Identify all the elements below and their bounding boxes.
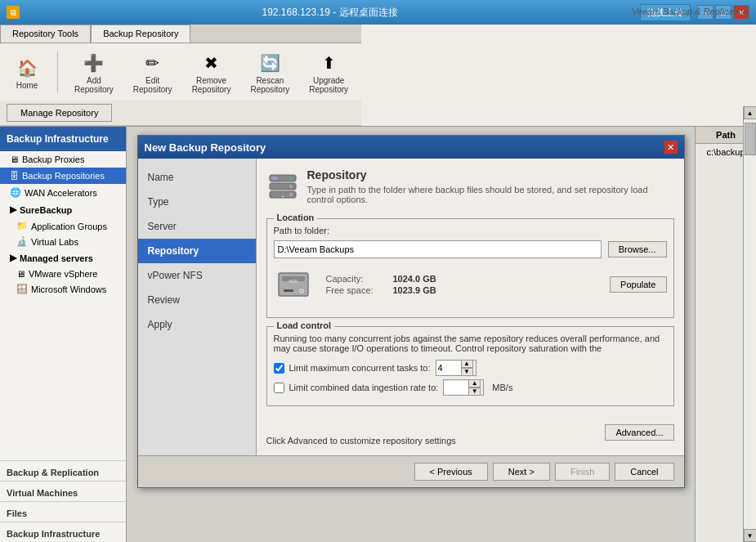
task-limit-spinner[interactable]: ▲ ▼ — [436, 360, 476, 376]
populate-btn-container: Populate — [610, 276, 666, 293]
tab-repository-tools[interactable]: Repository Tools — [0, 25, 91, 43]
home-btn-group: 🏠 Home — [7, 52, 47, 93]
edit-label: EditRepository — [133, 76, 172, 94]
capacity-label: Capacity: — [326, 274, 391, 284]
load-control-label: Load control — [274, 320, 335, 330]
disk-stats-grid: Capacity: 1024.0 GB Free space: 1023.9 G… — [326, 274, 436, 295]
sidebar-item-windows[interactable]: 🪟 Microsoft Windows — [0, 281, 126, 297]
proxy-icon: 🖥 — [10, 155, 19, 164]
ribbon-btn-add[interactable]: ➕ AddRepository — [68, 47, 120, 97]
sidebar-item-surebackup[interactable]: ▶ SureBackup — [0, 201, 126, 218]
dialog-header-text: Repository Type in path to the folder wh… — [307, 168, 674, 204]
dialog-section-title: Repository — [307, 168, 674, 181]
app-icon: 🖥 — [7, 6, 20, 19]
edit-icon: ✏ — [140, 50, 166, 76]
nav-item-name[interactable]: Name — [138, 165, 256, 190]
browse-btn[interactable]: Browse... — [608, 241, 667, 258]
sidebar-item-application-groups[interactable]: 📁 Application Groups — [0, 218, 126, 234]
ribbon-btn-remove[interactable]: ✖ RemoveRepository — [186, 47, 238, 97]
sidebar-item-managed-servers[interactable]: ▶ Managed servers — [0, 249, 126, 267]
manage-repo-btn[interactable]: Manage Repository — [7, 104, 112, 122]
vlab-icon: 🔬 — [16, 236, 28, 247]
sidebar-spacer — [0, 297, 126, 460]
next-btn[interactable]: Next > — [493, 463, 550, 481]
ribbon-content: 🏠 Home ➕ AddRepository ✏ EditRepository — [0, 43, 361, 101]
ribbon-btn-upgrade[interactable]: ⬆ UpgradeRepository — [302, 47, 355, 97]
sidebar-section-backup-infra[interactable]: Backup Infrastructure — [0, 522, 126, 542]
new-backup-repository-dialog: New Backup Repository ✕ Name Type Server… — [137, 135, 685, 488]
title-bar-title: 192.168.123.19 - 远程桌面连接 — [20, 6, 640, 20]
home-icon: 🏠 — [14, 55, 40, 81]
limit-rate-row: Limit combined data ingestion rate to: ▲… — [274, 379, 667, 396]
sidebar-section-virtual-machines[interactable]: Virtual Machines — [0, 481, 126, 501]
wan-icon: 🌐 — [10, 187, 21, 198]
upgrade-label: UpgradeRepository — [309, 76, 348, 94]
task-limit-input[interactable] — [436, 361, 461, 374]
prev-btn[interactable]: < Previous — [414, 463, 488, 481]
task-limit-down-btn[interactable]: ▼ — [461, 368, 473, 376]
scroll-thumb[interactable] — [745, 127, 756, 155]
ribbon-btn-edit[interactable]: ✏ EditRepository — [127, 47, 179, 97]
main-scrollbar[interactable]: ▲ ▼ — [743, 127, 756, 542]
nav-item-apply[interactable]: Apply — [138, 312, 256, 337]
svg-text:HDD: HDD — [289, 279, 297, 284]
path-input-row: Browse... — [274, 240, 667, 258]
upgrade-icon: ⬆ — [315, 50, 342, 76]
nav-item-review[interactable]: Review — [138, 288, 256, 312]
sidebar-item-virtual-labs[interactable]: 🔬 Virtual Labs — [0, 234, 126, 249]
footer-buttons: < Previous Next > Finish Cancel — [414, 463, 674, 481]
dialog-main-content: + Repository Type in path to the folder … — [257, 159, 684, 455]
right-panel: Path c:\backup ▲ ▼ — [695, 127, 756, 542]
limit-rate-label: Limit combined data ingestion rate to: — [289, 383, 439, 392]
main-area: Backup Infrastructure 🖥 Backup Proxies 🗄… — [0, 127, 756, 542]
task-limit-up-btn[interactable]: ▲ — [461, 360, 473, 368]
sidebar-section-backup-replication[interactable]: Backup & Replication — [0, 460, 126, 481]
bottom-row: Click Advanced to customize repository s… — [266, 419, 674, 446]
content-area: New Backup Repository ✕ Name Type Server… — [127, 127, 695, 542]
rate-limit-down-btn[interactable]: ▼ — [468, 387, 481, 396]
ribbon-btn-home[interactable]: 🏠 Home — [7, 52, 47, 93]
populate-btn[interactable]: Populate — [610, 276, 666, 293]
cancel-btn[interactable]: Cancel — [615, 463, 673, 481]
rate-limit-spinner-btns: ▲ ▼ — [468, 379, 481, 396]
sidebar-item-wan-accelerators[interactable]: 🌐 WAN Accelerators — [0, 184, 126, 201]
ribbon-btn-rescan[interactable]: 🔄 RescanRepository — [244, 47, 296, 97]
dialog-overlay: New Backup Repository ✕ Name Type Server… — [127, 127, 695, 542]
disk-info-row: HDD Capacity: 1024.0 GB Free space: — [274, 265, 667, 304]
path-row: Path to folder: — [274, 226, 667, 235]
tab-backup-repository[interactable]: Backup Repository — [91, 25, 190, 43]
repository-icon: + — [266, 168, 299, 208]
add-icon: ➕ — [81, 50, 107, 76]
sidebar-item-vmware[interactable]: 🖥 VMware vSphere — [0, 267, 126, 281]
scroll-down-btn[interactable]: ▼ — [744, 529, 757, 542]
nav-item-server[interactable]: Server — [138, 214, 256, 239]
appgrp-icon: 📁 — [16, 221, 28, 231]
nav-item-repository[interactable]: Repository — [138, 239, 256, 263]
path-label: Path to folder: — [274, 226, 330, 235]
svg-rect-12 — [284, 289, 293, 292]
nav-item-vpower-nfs[interactable]: vPower NFS — [138, 263, 256, 288]
load-control-section: Load control Running too many concurrent… — [266, 326, 674, 406]
scroll-track — [744, 127, 756, 529]
path-input[interactable] — [274, 240, 602, 258]
finish-btn[interactable]: Finish — [555, 463, 610, 481]
rate-limit-input[interactable] — [444, 381, 468, 394]
sidebar-item-backup-repositories[interactable]: 🗄 Backup Repositories — [0, 168, 126, 184]
dialog-footer: < Previous Next > Finish Cancel — [138, 455, 684, 487]
mb-unit: MB/s — [492, 383, 512, 392]
rate-limit-up-btn[interactable]: ▲ — [468, 379, 481, 387]
dialog-close-btn[interactable]: ✕ — [664, 141, 678, 154]
veeam-brand: Veeam Backup & Replication — [632, 7, 748, 16]
sidebar-section-files[interactable]: Files — [0, 501, 126, 522]
rate-limit-spinner[interactable]: ▲ ▼ — [443, 379, 484, 396]
location-section: Location Path to folder: Browse... — [266, 218, 674, 318]
limit-rate-checkbox[interactable] — [274, 383, 284, 393]
limit-tasks-checkbox[interactable] — [274, 363, 284, 374]
nav-item-type[interactable]: Type — [138, 190, 256, 214]
advanced-btn[interactable]: Advanced... — [605, 424, 673, 441]
sure-icon: ▶ — [10, 204, 16, 215]
disk-stats: Capacity: 1024.0 GB Free space: 1023.9 G… — [326, 274, 436, 295]
ribbon-sep-1 — [57, 52, 58, 92]
sidebar-item-backup-proxies[interactable]: 🖥 Backup Proxies — [0, 151, 126, 168]
limit-tasks-label: Limit maximum concurrent tasks to: — [289, 363, 431, 373]
